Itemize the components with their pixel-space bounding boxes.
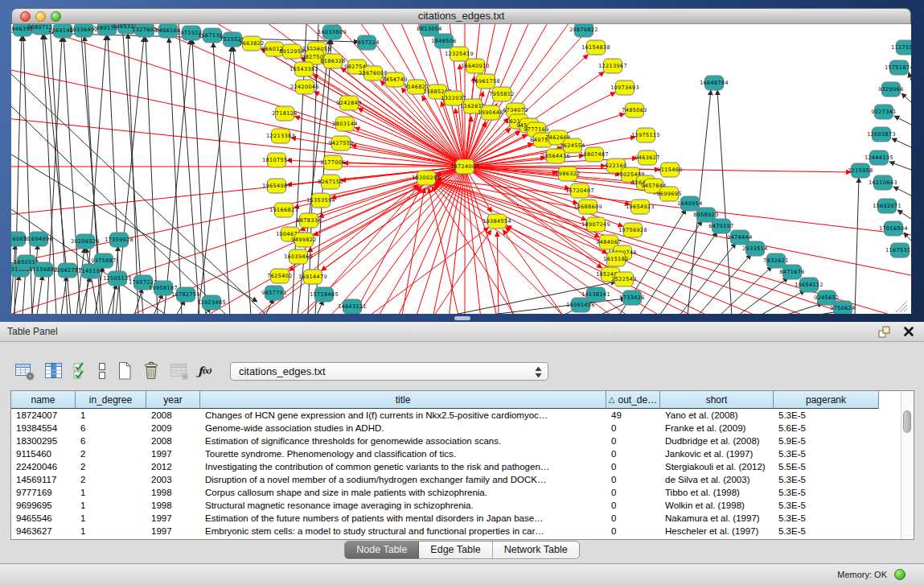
graph-node[interactable]: 19654987 (262, 179, 291, 193)
graph-node[interactable]: 7485063 (622, 103, 647, 117)
graph-node[interactable]: 12975115 (631, 128, 660, 142)
table-row[interactable]: 1830029562008Estimation of significance … (11, 435, 901, 447)
network-window-titlebar[interactable]: citations_edges.txt (11, 8, 911, 24)
graph-node[interactable]: 15720407 (565, 183, 594, 198)
graph-node[interactable]: 12213383 (266, 129, 295, 143)
graph-node[interactable]: 9375887 (91, 253, 116, 268)
graph-node[interactable]: 11175524 (891, 40, 911, 55)
graph-node[interactable]: 8267150 (318, 175, 343, 189)
graph-node[interactable]: 12923485 (197, 295, 226, 310)
graph-node[interactable]: 7955812 (489, 87, 514, 101)
graph-node[interactable]: 17359928 (105, 233, 133, 247)
graph-node[interactable]: 12444135 (864, 150, 893, 165)
graph-node[interactable]: 8471676 (779, 265, 804, 279)
graph-node[interactable]: 16154838 (581, 40, 610, 55)
table-row[interactable]: 1456911722003Disruption of a novel membe… (11, 473, 901, 486)
graph-node[interactable]: 1733426 (619, 290, 644, 305)
graph-node[interactable]: 1615182 (603, 252, 628, 266)
column-header-name[interactable]: name (11, 391, 76, 409)
close-window-icon[interactable] (20, 11, 31, 22)
graph-node[interactable]: 16033809 (318, 25, 347, 39)
graph-node[interactable]: 12505135 (103, 271, 132, 286)
table-row[interactable]: 946554611997Estimation of the future num… (11, 512, 901, 525)
graph-node[interactable]: 2522543 (611, 272, 636, 286)
graph-node[interactable]: 12093873 (867, 127, 896, 142)
graph-node[interactable]: 6479197 (708, 219, 733, 233)
table-row[interactable]: 946362711997Embryonic stem cells: a mode… (11, 525, 901, 538)
column-header-short[interactable]: short (660, 391, 774, 409)
graph-node[interactable]: 15751874 (885, 60, 911, 75)
graph-node[interactable]: 2803144 (332, 117, 357, 131)
graph-node[interactable]: 9750624 (830, 301, 855, 314)
graph-node[interactable]: 12213967 (598, 59, 627, 73)
graph-node[interactable]: 2933514 (742, 241, 767, 256)
float-window-icon[interactable] (877, 324, 891, 339)
graph-node[interactable]: 9177006 (320, 155, 345, 170)
graph-node[interactable]: 16648784 (700, 76, 729, 90)
column-header-out_de[interactable]: △out_de… (606, 391, 660, 409)
graph-node[interactable]: 15692971 (873, 199, 901, 213)
table-row[interactable]: 969969511998Structural magnetic resonanc… (11, 499, 901, 512)
graph-node[interactable]: 7986322 (555, 167, 580, 181)
graph-node[interactable]: 9857791 (261, 286, 286, 300)
network-canvas[interactable]: 1846355720897133206914061933640220891733… (11, 24, 911, 314)
show-columns-icon[interactable] (43, 360, 64, 381)
graph-node[interactable]: 17016504 (879, 221, 908, 236)
graph-node[interactable]: 8186328 (320, 54, 345, 68)
minimize-window-icon[interactable] (35, 11, 46, 22)
graph-node[interactable]: 9699695 (656, 187, 681, 201)
graph-node[interactable]: 2718126 (272, 106, 297, 121)
graph-node[interactable]: 20876822 (569, 24, 598, 37)
graph-node[interactable]: 9499822 (291, 233, 316, 247)
graph-node[interactable]: 10688609 (573, 200, 602, 214)
graph-node[interactable]: 16210643 (869, 175, 897, 190)
graph-node[interactable]: 15718485 (310, 287, 339, 302)
table-scrollbar[interactable] (901, 391, 914, 539)
graph-node[interactable]: 7625402 (267, 269, 292, 283)
column-header-year[interactable]: year (146, 391, 200, 409)
graph-node[interactable]: 20206526 (71, 234, 100, 249)
table-row[interactable]: 2242004622012Investigating the contribut… (11, 460, 901, 473)
column-header-title[interactable]: title (200, 391, 606, 409)
graph-node[interactable]: 18107554 (262, 153, 291, 167)
graph-node[interactable]: 10654112 (795, 278, 823, 292)
graph-node[interactable]: 14643121 (338, 299, 367, 314)
table-row[interactable]: 1938455462009Genome-wide association stu… (11, 422, 901, 435)
table-settings-icon[interactable] (14, 360, 35, 381)
column-header-pagerank[interactable]: pagerank (774, 391, 879, 409)
column-header-in_degree[interactable]: in_degree (76, 391, 146, 409)
table-row[interactable]: 977716911998Corpus callosum shape and si… (11, 486, 901, 499)
graph-node[interactable]: 16961758 (471, 74, 500, 89)
tab-network-table[interactable]: Network Table (493, 542, 579, 558)
graph-node[interactable]: 7663822 (239, 36, 264, 51)
graph-node[interactable]: 8912954 (279, 44, 304, 59)
delete-trash-icon[interactable] (142, 360, 161, 381)
new-document-icon[interactable] (116, 360, 133, 381)
table-row[interactable]: 1872400712008Changes of HCN gene express… (11, 409, 901, 422)
tab-edge-table[interactable]: Edge Table (419, 542, 492, 558)
function-builder-icon[interactable]: ƒ(x) (198, 365, 211, 377)
graph-node[interactable]: 21694996 (24, 232, 53, 246)
select-columns-icon[interactable] (72, 360, 88, 381)
table-row[interactable]: 911546021997Tourette syndrome. Phenomeno… (11, 447, 901, 460)
graph-node[interactable]: 9242843 (336, 96, 361, 110)
zoom-window-icon[interactable] (51, 11, 61, 22)
graph-node[interactable]: 19166827 (269, 203, 298, 217)
close-icon[interactable] (901, 324, 916, 339)
row-height-icon[interactable] (97, 360, 108, 381)
graph-node[interactable]: 1327602 (132, 24, 157, 37)
graph-node[interactable]: 9115460 (657, 163, 682, 177)
graph-node[interactable]: 11675316 (885, 243, 911, 257)
graph-node[interactable]: 1990448 (478, 105, 503, 120)
graph-node[interactable]: 9463627 (634, 150, 659, 165)
graph-node[interactable]: 8878334 (296, 213, 321, 228)
graph-node[interactable]: 9227341 (871, 105, 896, 119)
graph-node[interactable]: 3215958 (848, 163, 873, 178)
graph-node[interactable]: 9329966 (878, 82, 903, 97)
tab-node-table[interactable]: Node Table (345, 542, 419, 558)
graph-node[interactable]: 7857224 (354, 35, 379, 50)
panel-resize-handle[interactable] (454, 316, 470, 320)
scrollbar-thumb[interactable] (903, 410, 911, 433)
graph-node[interactable]: 9427552 (328, 136, 353, 150)
memory-ok-indicator-icon[interactable] (894, 569, 906, 580)
